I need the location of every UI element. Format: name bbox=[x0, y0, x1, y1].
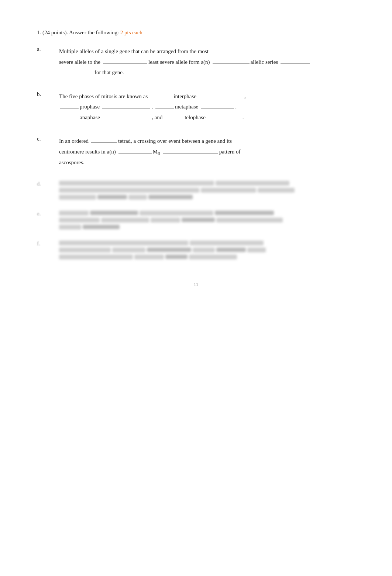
sub-b-blank1 bbox=[150, 92, 172, 98]
blurred-e-w4 bbox=[101, 218, 149, 223]
sub-b-line3: anaphase , and telophase . bbox=[59, 112, 355, 123]
blurred-f-line1 bbox=[59, 241, 355, 245]
sub-b-blank5 bbox=[155, 102, 174, 108]
sub-b-blank6 bbox=[201, 102, 234, 108]
sub-b-phase2: prophase bbox=[80, 101, 100, 112]
sub-question-b: b. The five phases of mitosis are known … bbox=[37, 91, 355, 123]
sub-question-e: e. bbox=[37, 211, 355, 230]
blurred-d-word5 bbox=[258, 188, 295, 193]
sub-a-text2: severe allele to the bbox=[59, 57, 100, 68]
sub-b-period: . bbox=[243, 112, 244, 123]
sub-b-blank4 bbox=[102, 102, 150, 108]
blurred-f-w2 bbox=[190, 241, 264, 245]
sub-label-c: c. bbox=[37, 136, 59, 168]
sub-b-phase3: metaphase bbox=[175, 101, 198, 112]
blurred-e-w7 bbox=[59, 225, 81, 230]
sub-a-text1: Multiple alleles of a single gene that c… bbox=[59, 46, 209, 57]
sub-question-c: c. In an ordered tetrad, a crossing over… bbox=[37, 136, 355, 168]
sub-body-e bbox=[59, 211, 355, 230]
blurred-e-w3 bbox=[59, 218, 100, 223]
blurred-e-b3 bbox=[182, 218, 215, 222]
sub-c-blank3 bbox=[163, 147, 218, 154]
blurred-e-w2 bbox=[140, 211, 213, 215]
sub-b-blank3 bbox=[60, 102, 79, 108]
blurred-f-w4 bbox=[112, 248, 145, 252]
blurred-e-line1 bbox=[59, 211, 355, 215]
sub-b-blank8 bbox=[103, 113, 151, 119]
sub-b-phase1: interphase bbox=[173, 91, 196, 102]
blurred-e-w1 bbox=[59, 211, 89, 215]
blurred-f-w9 bbox=[189, 255, 237, 259]
sub-a-text3: least severe allele form a(n) bbox=[148, 57, 210, 68]
sub-label-a: a. bbox=[37, 46, 59, 78]
blurred-f-b2 bbox=[216, 248, 246, 252]
blurred-f-w3 bbox=[59, 248, 111, 252]
sub-b-comma4: , and bbox=[152, 112, 162, 123]
blurred-d-line3 bbox=[59, 195, 355, 200]
sub-c-blank1 bbox=[91, 136, 117, 143]
sub-b-comma3: , bbox=[235, 101, 237, 112]
sub-b-comma1: , bbox=[244, 91, 246, 102]
blurred-e-b4 bbox=[83, 225, 120, 229]
question-1-header: 1. (24 points). Answer the following: 2 … bbox=[37, 30, 355, 36]
sub-b-intro: The five phases of mitosis are known as bbox=[59, 91, 148, 102]
sub-a-answer: allelic series bbox=[251, 57, 278, 68]
sub-a-text4: for that gene. bbox=[94, 67, 124, 78]
sub-question-f: f. bbox=[37, 241, 355, 259]
sub-b-phase5: telophase bbox=[185, 112, 206, 123]
blurred-e-line2 bbox=[59, 218, 355, 223]
sub-c-mii: MII bbox=[153, 146, 160, 157]
blurred-d-line2 bbox=[59, 188, 355, 193]
blurred-d-word6 bbox=[59, 195, 96, 200]
sub-b-phase4: anaphase bbox=[80, 112, 100, 123]
blurred-f-w5 bbox=[193, 248, 215, 252]
blurred-e-content bbox=[59, 211, 355, 230]
blurred-e-w5 bbox=[151, 218, 180, 223]
blurred-d-line1 bbox=[59, 181, 355, 186]
blurred-f-w6 bbox=[247, 248, 266, 252]
sub-b-line1: The five phases of mitosis are known as … bbox=[59, 91, 355, 102]
points-label: 2 pts each bbox=[120, 30, 142, 35]
question-1-label: 1. (24 points). Answer the following: bbox=[37, 30, 119, 35]
sub-c-text5: ascospores. bbox=[59, 157, 85, 168]
sub-body-b: The five phases of mitosis are known as … bbox=[59, 91, 355, 123]
blurred-e-line3 bbox=[59, 225, 355, 230]
blurred-e-w6 bbox=[216, 218, 283, 223]
sub-b-comma2: , bbox=[151, 101, 153, 112]
blurred-e-b2 bbox=[215, 211, 274, 215]
sub-c-line1: In an ordered tetrad, a crossing over ev… bbox=[59, 136, 355, 146]
sub-c-text3: centromere results in a(n) bbox=[59, 146, 116, 157]
blurred-f-w8 bbox=[134, 255, 164, 259]
sub-c-line2: centromere results in a(n) MII pattern o… bbox=[59, 146, 355, 157]
sub-a-blank4 bbox=[60, 68, 93, 74]
blurred-d-blank2 bbox=[148, 195, 193, 199]
blurred-d-blank1 bbox=[97, 195, 127, 199]
sub-b-blank7 bbox=[60, 113, 79, 119]
sub-body-c: In an ordered tetrad, a crossing over ev… bbox=[59, 136, 355, 168]
blurred-f-line3 bbox=[59, 255, 355, 259]
sub-a-line2: severe allele to the least severe allele… bbox=[59, 57, 355, 68]
blurred-d-word2 bbox=[216, 181, 289, 186]
sub-a-line3: for that gene. bbox=[59, 67, 355, 78]
sub-c-blank2 bbox=[118, 147, 152, 154]
blurred-f-line2 bbox=[59, 248, 355, 252]
blurred-f-b1 bbox=[147, 248, 191, 252]
sub-label-f: f. bbox=[37, 241, 59, 259]
sub-c-line3: ascospores. bbox=[59, 157, 355, 168]
sub-body-a: Multiple alleles of a single gene that c… bbox=[59, 46, 355, 78]
blurred-d-content bbox=[59, 181, 355, 200]
sub-c-text1: In an ordered bbox=[59, 136, 89, 146]
sub-question-a: a. Multiple alleles of a single gene tha… bbox=[37, 46, 355, 78]
sub-c-mii-sub: II bbox=[158, 152, 160, 156]
sub-question-d: d. bbox=[37, 181, 355, 200]
sub-label-b: b. bbox=[37, 91, 59, 123]
blurred-d-word3 bbox=[59, 188, 199, 193]
sub-b-blank10 bbox=[208, 113, 241, 119]
blurred-d-word4 bbox=[201, 188, 256, 193]
sub-a-blank3 bbox=[281, 57, 310, 64]
sub-c-text4: pattern of bbox=[219, 146, 241, 157]
sub-b-line2: prophase , metaphase , bbox=[59, 101, 355, 112]
sub-body-d bbox=[59, 181, 355, 200]
sub-label-d: d. bbox=[37, 181, 59, 200]
sub-body-f bbox=[59, 241, 355, 259]
